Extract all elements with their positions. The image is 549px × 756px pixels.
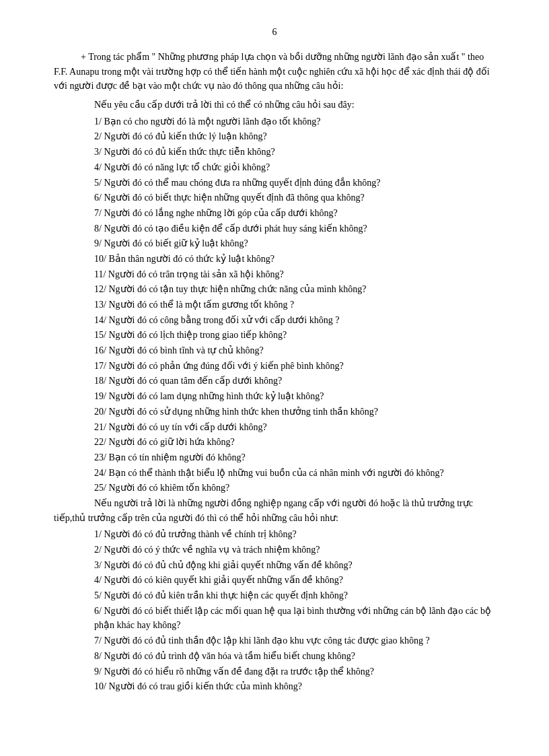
page-number: 6 (54, 27, 495, 38)
list-item: 11/ Người đó có trân trọng tài sản xã hộ… (94, 267, 495, 282)
list-item: 19/ Người đó có lam dụng những hình thức… (94, 389, 495, 404)
list-item: 25/ Người đó có khiêm tốn không? (94, 481, 495, 495)
list-item: 1/ Người đó có đủ trưởng thành về chính … (94, 527, 495, 542)
list-item: 6/ Người đó có biết thực hiện những quyế… (94, 191, 495, 205)
list-item: 24/ Bạn có thể thành thật biểu lộ những … (94, 466, 495, 481)
list-item: 15/ Người đó có lịch thiệp trong giao ti… (94, 328, 495, 343)
list-item: 2/ Người đó có ý thức về nghĩa vụ và trá… (94, 543, 495, 557)
list-item: 1/ Bạn có cho người đó là một người lãnh… (94, 114, 495, 129)
list-item: 17/ Người đó có phản ứng đúng đối với ý … (94, 359, 495, 374)
list-item: 5/ Người đó có thể mau chóng đưa ra nhữn… (94, 176, 495, 191)
list-item: 7/ Người đó có đủ tinh thần độc lập khi … (94, 633, 495, 648)
list-item: 23/ Bạn có tín nhiệm người đó không? (94, 450, 495, 465)
intro-paragraph: + Trong tác phẩm " Những phương pháp lựa… (54, 50, 495, 94)
list-item: 22/ Người đó có giữ lời hứa không? (94, 435, 495, 450)
content: + Trong tác phẩm " Những phương pháp lựa… (54, 50, 495, 694)
list-item: 6/ Người đó có biết thiết lập các mối qu… (94, 604, 495, 633)
list-item: 21/ Người đó có uy tín với cấp dưới khôn… (94, 420, 495, 435)
list-item: 2/ Người đó có đủ kiến thức lý luận khôn… (94, 129, 495, 144)
list-item: 9/ Người đó có biết giữ kỷ luật không? (94, 236, 495, 251)
list-item: 7/ Người đó có lắng nghe những lời góp c… (94, 206, 495, 221)
list-item: 8/ Người đó có tạo điều kiện để cấp dưới… (94, 221, 495, 236)
list-item: 12/ Người đó có tận tuy thực hiện những … (94, 282, 495, 297)
section1-intro: Nếu yêu cầu cấp dưới trả lời thì có thể … (54, 98, 495, 112)
list-item: 9/ Người đó có hiểu rõ những vấn đề đang… (94, 664, 495, 679)
list-item: 18/ Người đó có quan tâm đến cấp dưới kh… (94, 374, 495, 388)
list-item: 3/ Người đó có đủ kiến thức thực tiễn kh… (94, 145, 495, 160)
list-item: 16/ Người đó có bình tĩnh và tự chủ khôn… (94, 343, 495, 358)
list-item: 5/ Người đó có đủ kiên trần khi thực hiệ… (94, 588, 495, 603)
list-item: 10/ Bản thân người đó có thức kỷ luật kh… (94, 252, 495, 267)
list-item: 3/ Người đó có đủ chủ động khi giải quyế… (94, 558, 495, 573)
list-item: 13/ Người đó có thể là một tấm gương tốt… (94, 298, 495, 312)
list-item: 10/ Người đó có trau giồi kiến thức của … (94, 679, 495, 694)
list-item: 20/ Người đó có sử dụng những hình thức … (94, 405, 495, 419)
page: 6 + Trong tác phẩm " Những phương pháp l… (0, 0, 549, 756)
list-item: 4/ Người đó có năng lực tổ chức giỏi khô… (94, 160, 495, 175)
section2-intro: Nếu người trả lời là những người đồng ng… (54, 496, 495, 525)
list-item: 8/ Người đó có đủ trình độ văn hóa và tầ… (94, 649, 495, 664)
list-item: 14/ Người đó có công bằng trong đối xử v… (94, 313, 495, 328)
list-item: 4/ Người đó có kiên quyết khi giải quyết… (94, 573, 495, 588)
